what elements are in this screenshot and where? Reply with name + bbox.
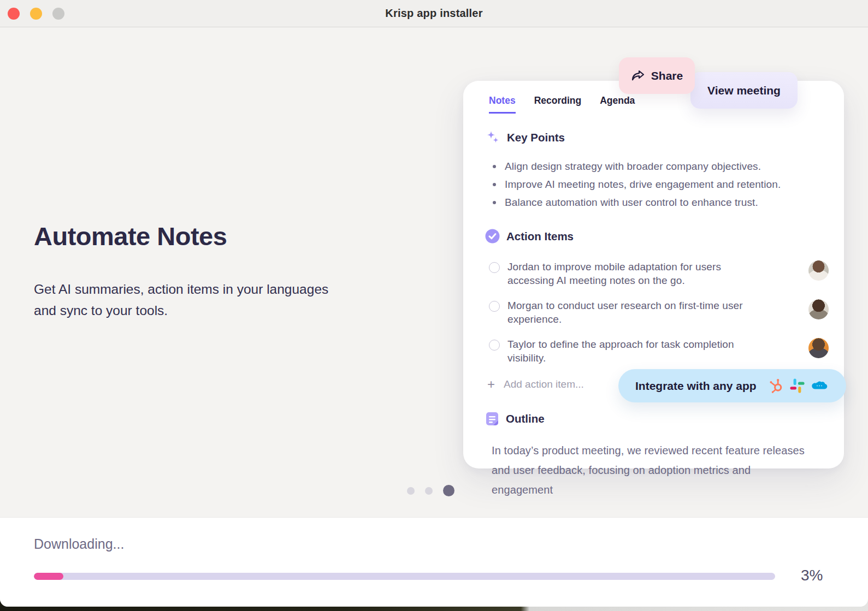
slack-icon	[789, 378, 805, 394]
avatar	[808, 299, 829, 319]
key-points-title: Key Points	[507, 131, 565, 144]
outline-text: In today’s product meeting, we reviewed …	[492, 441, 808, 500]
outline-title: Outline	[506, 412, 545, 425]
carousel-dot-2[interactable]	[425, 487, 433, 495]
progress-percent: 3%	[801, 567, 823, 584]
action-items-list: Jordan to improve mobile adaptation for …	[463, 254, 844, 371]
salesforce-icon	[810, 379, 829, 393]
download-panel: Downloading... 3%	[0, 518, 868, 607]
share-label: Share	[651, 69, 683, 82]
check-circle-icon	[485, 229, 500, 244]
checkbox[interactable]	[489, 262, 500, 273]
titlebar: Krisp app installer	[0, 0, 868, 27]
carousel-dots	[407, 485, 454, 496]
progress-bar	[34, 573, 775, 580]
tab-agenda[interactable]: Agenda	[600, 95, 635, 114]
tab-recording[interactable]: Recording	[534, 95, 582, 114]
plus-icon: +	[487, 379, 495, 390]
checkbox[interactable]	[489, 301, 500, 312]
share-button[interactable]: Share	[619, 57, 695, 94]
action-items-header: Action Items	[485, 229, 844, 244]
view-meeting-label: View meeting	[707, 84, 781, 97]
page-subtitle: Get AI summaries, action items in your l…	[34, 278, 329, 321]
sparkle-icon	[485, 130, 500, 145]
window-controls	[8, 8, 64, 20]
window-title: Krisp app installer	[385, 7, 482, 20]
tab-notes[interactable]: Notes	[489, 95, 516, 114]
integrate-label: Integrate with any app	[635, 379, 757, 393]
outline-header: Outline	[485, 411, 844, 426]
action-item-text: Morgan to conduct user research on first…	[507, 299, 769, 326]
action-item-text: Jordan to improve mobile adaptation for …	[507, 260, 769, 287]
action-items-title: Action Items	[506, 230, 574, 243]
action-item-row: Taylor to define the approach for task c…	[463, 332, 844, 371]
view-meeting-button[interactable]: View meeting	[690, 72, 798, 109]
carousel-dot-3[interactable]	[443, 485, 454, 496]
document-icon	[485, 411, 499, 426]
integrate-banner[interactable]: Integrate with any app	[618, 369, 846, 402]
key-point: Balance automation with user control to …	[492, 193, 844, 211]
hubspot-icon	[769, 378, 784, 394]
key-point: Align design strategy with broader compa…	[492, 157, 844, 175]
app-icons	[769, 378, 829, 394]
key-point: Improve AI meeting notes, drive engageme…	[492, 175, 844, 193]
share-icon	[631, 69, 645, 82]
checkbox[interactable]	[489, 340, 500, 351]
zoom-window-button	[52, 8, 64, 20]
action-item-row: Morgan to conduct user research on first…	[463, 293, 844, 332]
add-action-item-label: Add action item...	[504, 378, 584, 390]
download-status: Downloading...	[34, 536, 124, 552]
action-item-text: Taylor to define the approach for task c…	[507, 338, 769, 365]
minimize-window-button[interactable]	[30, 8, 42, 20]
meeting-notes-card: Notes Recording Agenda Key Points Align …	[463, 81, 844, 468]
close-window-button[interactable]	[8, 8, 20, 20]
key-points-list: Align design strategy with broader compa…	[492, 157, 844, 211]
avatar	[808, 338, 829, 358]
key-points-header: Key Points	[485, 130, 844, 145]
progress-bar-fill	[34, 573, 63, 580]
action-item-row: Jordan to improve mobile adaptation for …	[463, 254, 844, 293]
carousel-dot-1[interactable]	[407, 487, 415, 495]
page-title: Automate Notes	[34, 221, 227, 251]
installer-window: Krisp app installer Automate Notes Get A…	[0, 0, 868, 607]
avatar	[808, 260, 829, 281]
